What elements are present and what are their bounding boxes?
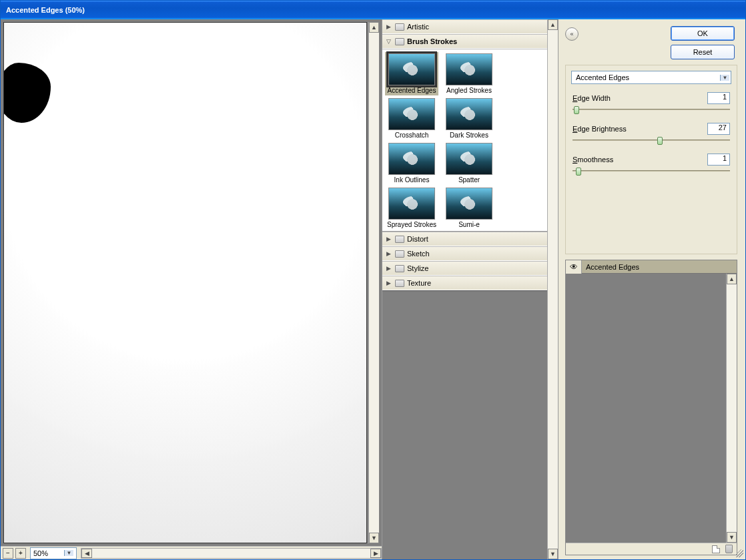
folder-icon <box>395 38 404 45</box>
slider-handle[interactable] <box>657 137 663 145</box>
thumb-image <box>388 98 435 130</box>
zoom-in-button[interactable]: + <box>15 548 26 559</box>
param-edge-brightness: Edge Brightness 27 <box>571 123 731 146</box>
thumb-accented-edges[interactable]: Accented Edges <box>385 52 438 95</box>
reset-button[interactable]: Reset <box>671 45 735 59</box>
slider-handle[interactable] <box>576 168 581 176</box>
folder-icon <box>395 23 404 31</box>
thumb-label: Accented Edges <box>388 87 436 94</box>
preview-horizontal-scrollbar[interactable]: ◀ ▶ <box>81 548 382 559</box>
category-brush-strokes[interactable]: ▽ Brush Strokes <box>382 34 547 49</box>
thumb-label: Sumi-e <box>458 221 480 228</box>
folder-icon <box>395 280 404 287</box>
thumb-label: Dark Strokes <box>450 131 488 139</box>
title-bar: Accented Edges (50%) <box>1 1 745 19</box>
category-artistic[interactable]: ▶ Artistic <box>382 19 547 34</box>
visibility-eye-icon[interactable]: 👁 <box>566 260 582 274</box>
slider-handle[interactable] <box>574 106 579 114</box>
thumb-dark-strokes[interactable]: Dark Strokes <box>444 98 494 139</box>
preview-canvas[interactable] <box>3 22 367 543</box>
slider-smoothness[interactable] <box>573 167 730 176</box>
zoom-select[interactable]: 50% ▼ <box>30 547 77 559</box>
scroll-track[interactable] <box>727 284 737 532</box>
category-texture[interactable]: ▶ Texture <box>382 276 547 290</box>
slider-edge-brightness[interactable] <box>573 136 730 146</box>
ok-button[interactable]: OK <box>671 26 735 41</box>
param-input-edge-width[interactable]: 1 <box>707 92 730 104</box>
param-label: Edge Brightness <box>573 125 627 133</box>
thumb-image <box>446 188 492 220</box>
chevron-down-icon[interactable]: ▼ <box>720 75 729 81</box>
scroll-track[interactable] <box>548 30 558 549</box>
zoom-value: 50% <box>33 549 48 557</box>
scroll-down-button[interactable]: ▼ <box>369 533 379 543</box>
param-input-smoothness[interactable]: 1 <box>707 154 730 166</box>
zoom-out-button[interactable]: − <box>3 548 13 559</box>
param-edge-width: Edge Width 1 <box>571 92 731 115</box>
window-title: Accented Edges (50%) <box>6 6 85 14</box>
param-label: Smoothness <box>573 156 613 164</box>
thumb-crosshatch[interactable]: Crosshatch <box>386 98 437 139</box>
scroll-left-button[interactable]: ◀ <box>81 549 92 558</box>
thumb-label: Ink Outlines <box>394 176 430 184</box>
triangle-down-icon: ▽ <box>386 38 392 45</box>
scroll-right-button[interactable]: ▶ <box>370 549 381 558</box>
category-sketch[interactable]: ▶ Sketch <box>382 246 547 261</box>
layers-vertical-scrollbar[interactable]: ▲ ▼ <box>726 274 737 543</box>
triangle-right-icon: ▶ <box>386 23 392 30</box>
scroll-down-button[interactable]: ▼ <box>727 532 737 543</box>
thumb-sumi-e[interactable]: Sumi-e <box>444 188 494 228</box>
filter-thumbnails: Accented Edges Angled Strokes Crosshatch… <box>382 49 547 232</box>
scroll-down-button[interactable]: ▼ <box>548 549 558 559</box>
gallery-vertical-scrollbar[interactable]: ▲ ▼ <box>547 19 558 559</box>
effect-layer-row[interactable]: 👁 Accented Edges <box>566 260 737 274</box>
thumb-image <box>388 53 435 85</box>
thumb-spatter[interactable]: Spatter <box>444 143 494 184</box>
param-label: Edge Width <box>573 94 611 102</box>
param-smoothness: Smoothness 1 <box>571 154 731 176</box>
param-input-edge-brightness[interactable]: 27 <box>707 123 730 135</box>
thumb-image <box>446 53 492 85</box>
thumb-label: Angled Strokes <box>446 87 492 94</box>
thumb-angled-strokes[interactable]: Angled Strokes <box>444 53 494 94</box>
scroll-up-button[interactable]: ▲ <box>727 274 737 284</box>
category-label: Sketch <box>407 250 430 258</box>
scroll-track[interactable] <box>369 33 379 533</box>
scroll-track[interactable] <box>92 549 370 558</box>
category-label: Artistic <box>407 23 429 31</box>
filter-select[interactable]: Accented Edges ▼ <box>571 71 731 84</box>
chevron-down-icon[interactable]: ▼ <box>64 550 73 556</box>
slider-edge-width[interactable] <box>573 105 730 115</box>
settings-pane: « OK Reset Accented Edges ▼ Edge Width 1 <box>558 19 745 559</box>
delete-effect-layer-icon[interactable] <box>725 545 733 553</box>
folder-icon <box>395 250 404 258</box>
thumb-ink-outlines[interactable]: Ink Outlines <box>386 143 437 184</box>
thumb-label: Sprayed Strokes <box>387 221 436 228</box>
triangle-right-icon: ▶ <box>386 250 392 257</box>
folder-icon <box>395 265 404 272</box>
gallery-empty-area <box>382 290 547 559</box>
category-label: Stylize <box>407 264 428 272</box>
preview-vertical-scrollbar[interactable]: ▲ ▼ <box>368 22 379 543</box>
resize-grip-icon[interactable] <box>735 549 743 557</box>
slider-track <box>573 109 730 110</box>
category-label: Distort <box>407 235 428 243</box>
scroll-up-button[interactable]: ▲ <box>369 22 379 33</box>
new-effect-layer-icon[interactable] <box>712 545 720 553</box>
thumb-image <box>446 98 492 130</box>
thumb-image <box>388 188 435 220</box>
scroll-up-button[interactable]: ▲ <box>548 19 558 30</box>
filter-settings-box: Accented Edges ▼ Edge Width 1 Edge <box>565 65 737 254</box>
layers-footer <box>566 543 737 555</box>
category-stylize[interactable]: ▶ Stylize <box>382 261 547 276</box>
category-label: Texture <box>407 279 431 287</box>
triangle-right-icon: ▶ <box>386 280 392 286</box>
category-label: Brush Strokes <box>407 37 457 45</box>
slider-track <box>573 170 730 172</box>
thumb-image <box>446 143 492 175</box>
category-distort[interactable]: ▶ Distort <box>382 232 547 246</box>
collapse-button[interactable]: « <box>565 27 579 41</box>
triangle-right-icon: ▶ <box>386 265 392 272</box>
effect-layer-label: Accented Edges <box>582 263 643 271</box>
thumb-sprayed-strokes[interactable]: Sprayed Strokes <box>386 188 437 228</box>
